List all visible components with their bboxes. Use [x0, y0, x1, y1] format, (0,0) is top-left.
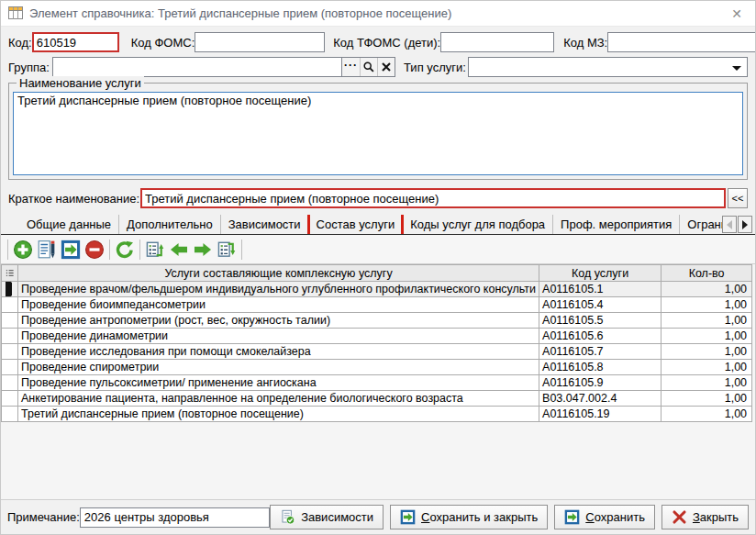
cell-qty[interactable]: 1,00	[662, 375, 752, 391]
gruppa-buttons: ···	[342, 57, 395, 77]
composition-tab-page: Услуги составляющие комплексную услугу К…	[1, 264, 755, 500]
services-table: Услуги составляющие комплексную услугу К…	[1, 264, 752, 422]
table-row[interactable]: Проведение спирометрии A0116105.8 1,00	[2, 360, 752, 375]
cell-qty[interactable]: 1,00	[662, 360, 752, 375]
cell-service[interactable]: Проведение биоимпедансометрии	[18, 297, 539, 313]
cell-code[interactable]: A0116105.1	[539, 282, 662, 297]
codes-row: Код: Код ФОМС: Код ТФОМС (дети): Код МЗ:	[8, 32, 748, 52]
close-window-icon[interactable]: ✕	[728, 6, 746, 21]
add-icon[interactable]	[11, 238, 35, 262]
dependencies-button[interactable]: Зависимости	[270, 505, 384, 529]
cell-code[interactable]: B03.047.002.4	[539, 391, 662, 407]
cell-code[interactable]: A0116105.19	[539, 407, 662, 422]
gruppa-input[interactable]	[52, 57, 342, 77]
cell-qty[interactable]: 1,00	[662, 329, 752, 344]
table-row[interactable]: Проведение пульсоксиметрии/ применение а…	[2, 375, 752, 391]
note-label: Примечание:	[7, 510, 80, 524]
cell-code[interactable]: A0116105.9	[539, 375, 662, 391]
cell-code[interactable]: A0116105.8	[539, 360, 662, 375]
cell-service[interactable]: Проведение врачом/фельдшером индивидуаль…	[18, 282, 539, 297]
table-header-row: Услуги составляющие комплексную услугу К…	[2, 265, 752, 282]
kratkoe-expand-button[interactable]: <<	[728, 188, 748, 208]
cell-code[interactable]: A0116105.4	[539, 297, 662, 313]
cell-qty[interactable]: 1,00	[662, 391, 752, 407]
tab-strip: Общие данные Дополнительно Зависимости С…	[1, 215, 755, 235]
list-icon	[5, 268, 15, 278]
tab-sostav-uslugi[interactable]: Состав услуги	[308, 215, 403, 234]
close-x-icon	[672, 509, 687, 525]
tab-scroll-right-icon[interactable]	[738, 216, 752, 233]
footer-bar: Примечание: Зависимости Сохранить и за	[1, 499, 755, 534]
kratkoe-input[interactable]	[140, 188, 726, 208]
gruppa-clear-icon[interactable]	[377, 58, 395, 76]
cell-qty[interactable]: 1,00	[662, 344, 752, 360]
tab-kody-uslug-dlya-podbora[interactable]: Коды услуг для подбора	[402, 215, 552, 234]
kod-foms-label: Код ФОМС:	[131, 36, 195, 50]
table-grid-icon	[8, 6, 23, 20]
cell-code[interactable]: A0116105.6	[539, 329, 662, 344]
note-input[interactable]	[80, 507, 270, 528]
tab-dopolnitelno[interactable]: Дополнительно	[118, 215, 220, 234]
cell-service[interactable]: Анкетирование пациента, направленное на …	[18, 391, 539, 407]
toolbar-separator	[7, 240, 8, 260]
cell-qty[interactable]: 1,00	[662, 297, 752, 313]
tab-obshchie-dannye[interactable]: Общие данные	[19, 215, 118, 234]
table-row[interactable]: Проведение врачом/фельдшером индивидуаль…	[2, 282, 752, 297]
toolbar-separator	[241, 240, 242, 260]
kod-tfoms-input[interactable]	[440, 32, 554, 52]
column-header-service[interactable]: Услуги составляющие комплексную услугу	[18, 265, 539, 282]
row-marker-header	[2, 265, 18, 282]
group-row: Группа: ··· Тип услуги:	[8, 57, 748, 77]
toolbar-separator	[109, 240, 110, 260]
table-row[interactable]: Проведение исследования при помощи смоке…	[2, 344, 752, 360]
column-header-code[interactable]: Код услуги	[539, 265, 662, 282]
column-header-qty[interactable]: Кол-во	[662, 265, 752, 282]
cell-code[interactable]: A0116105.5	[539, 313, 662, 329]
save-and-close-button[interactable]: Сохранить и закрыть	[390, 505, 548, 529]
gruppa-ellipsis-button[interactable]: ···	[342, 58, 360, 76]
table-row[interactable]: Проведение биоимпедансометрии A0116105.4…	[2, 297, 752, 313]
kod-foms-input[interactable]	[195, 32, 325, 52]
cell-service[interactable]: Проведение спирометрии	[18, 360, 539, 375]
composition-toolbar	[1, 235, 755, 264]
cell-service[interactable]: Проведение пульсоксиметрии/ применение а…	[18, 375, 539, 391]
short-name-row: Краткое наименование: <<	[8, 188, 748, 208]
cell-code[interactable]: A0116105.7	[539, 344, 662, 360]
delete-icon[interactable]	[83, 238, 106, 262]
tab-ogranicheniya[interactable]: Ограничения	[679, 215, 722, 234]
move-left-icon[interactable]	[167, 238, 191, 262]
cell-qty[interactable]: 1,00	[662, 282, 752, 297]
cell-service[interactable]: Проведение исследования при помощи смоке…	[18, 344, 539, 360]
service-name-groupbox: Наименование услуги Третий диспансерные …	[8, 83, 748, 180]
tab-prof-meropriyatiya[interactable]: Проф. мероприятия	[552, 215, 679, 234]
table-row[interactable]: Проведение динамометрии A0116105.6 1,00	[2, 329, 752, 344]
table-row[interactable]: Проведение антропометрии (рост, вес, окр…	[2, 313, 752, 329]
table-row[interactable]: Третий диспансерные прием (повторное пос…	[2, 407, 752, 422]
tab-zavisimosti[interactable]: Зависимости	[220, 215, 308, 234]
tab-scroll-left-icon[interactable]	[722, 216, 737, 233]
move-into-list-down-icon[interactable]	[215, 238, 239, 262]
close-button[interactable]: Закрыть	[662, 505, 749, 529]
kod-tfoms-label: Код ТФОМС (дети):	[333, 36, 440, 50]
dependencies-doc-check-icon	[280, 509, 295, 525]
kod-input[interactable]	[32, 32, 119, 52]
save-icon	[400, 509, 416, 525]
kod-mz-input[interactable]	[607, 32, 756, 52]
move-right-icon[interactable]	[191, 238, 215, 262]
move-into-list-up-icon[interactable]	[143, 238, 167, 262]
edit-icon[interactable]	[35, 238, 59, 262]
refresh-icon[interactable]	[113, 238, 137, 262]
service-name-textarea[interactable]: Третий диспансерные прием (повторное пос…	[13, 92, 743, 175]
cell-service[interactable]: Проведение антропометрии (рост, вес, окр…	[18, 313, 539, 329]
cell-qty[interactable]: 1,00	[662, 313, 752, 329]
tip-uslugi-select[interactable]	[468, 57, 748, 77]
save-button[interactable]: Сохранить	[554, 505, 655, 529]
cell-qty[interactable]: 1,00	[662, 407, 752, 422]
cell-service[interactable]: Третий диспансерные прием (повторное пос…	[18, 407, 539, 422]
save-icon[interactable]	[59, 238, 83, 262]
gruppa-search-icon[interactable]	[360, 58, 377, 76]
service-name-legend: Наименование услуги	[17, 76, 144, 90]
cell-service[interactable]: Проведение динамометрии	[18, 329, 539, 344]
table-row[interactable]: Анкетирование пациента, направленное на …	[2, 391, 752, 407]
current-row-marker	[2, 282, 18, 297]
